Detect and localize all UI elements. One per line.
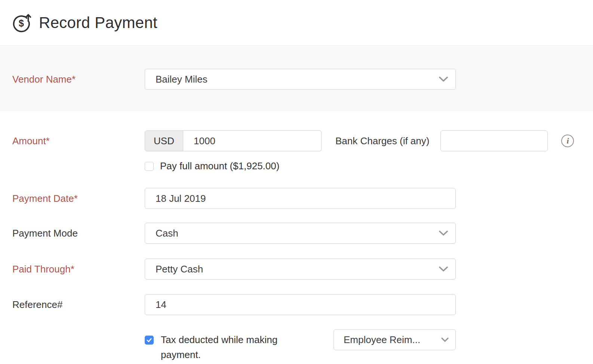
paid-through-select[interactable]: Petty Cash [145,259,456,280]
payment-mode-select[interactable]: Cash [145,223,456,244]
vendor-section: Vendor Name* Bailey Miles [0,45,593,111]
vendor-name-label: Vendor Name* [12,74,145,85]
chevron-down-icon [439,266,448,272]
tax-type-value: Employee Reim... [344,334,420,346]
chevron-down-icon [441,337,449,342]
tax-deducted-label[interactable]: Tax deducted while making payment. [161,332,288,362]
info-icon[interactable]: i [561,135,574,147]
vendor-name-select[interactable]: Bailey Miles [145,69,456,90]
payment-date-row: Payment Date* [0,188,593,209]
bank-charges-label: Bank Charges (if any) [335,135,429,147]
chevron-down-icon [439,77,448,82]
pay-full-amount-checkbox[interactable] [145,162,154,171]
payment-date-input[interactable] [145,188,456,209]
payment-mode-value: Cash [156,228,178,239]
amount-row: Amount* USD Bank Charges (if any) i [0,130,593,151]
reference-row: Reference# [0,294,593,315]
tax-type-select[interactable]: Employee Reim... [334,329,456,350]
checkmark-icon [146,337,153,343]
tax-deducted-row: Tax deducted while making payment. Emplo… [0,329,593,362]
amount-input[interactable] [183,130,322,151]
payment-mode-label: Payment Mode [12,228,145,239]
page-header: $ Record Payment [0,0,593,45]
currency-prefix: USD [145,130,183,151]
page-title: Record Payment [39,14,157,32]
reference-label: Reference# [12,299,145,311]
paid-through-row: Paid Through* Petty Cash [0,259,593,280]
vendor-name-row: Vendor Name* Bailey Miles [0,69,593,90]
pay-full-amount-label[interactable]: Pay full amount ($1,925.00) [160,160,279,172]
vendor-name-value: Bailey Miles [156,74,208,85]
paid-through-label: Paid Through* [12,263,145,275]
amount-label: Amount* [12,135,145,147]
chevron-down-icon [439,231,448,236]
payment-mode-row: Payment Mode Cash [0,223,593,244]
record-payment-icon: $ [11,12,33,34]
payment-date-label: Payment Date* [12,193,145,204]
tax-deducted-checkbox[interactable] [145,336,154,345]
reference-input[interactable] [145,294,456,315]
bank-charges-input[interactable] [440,130,548,151]
svg-text:$: $ [19,18,24,28]
pay-full-amount-row: Pay full amount ($1,925.00) [0,160,593,172]
paid-through-value: Petty Cash [156,263,203,275]
